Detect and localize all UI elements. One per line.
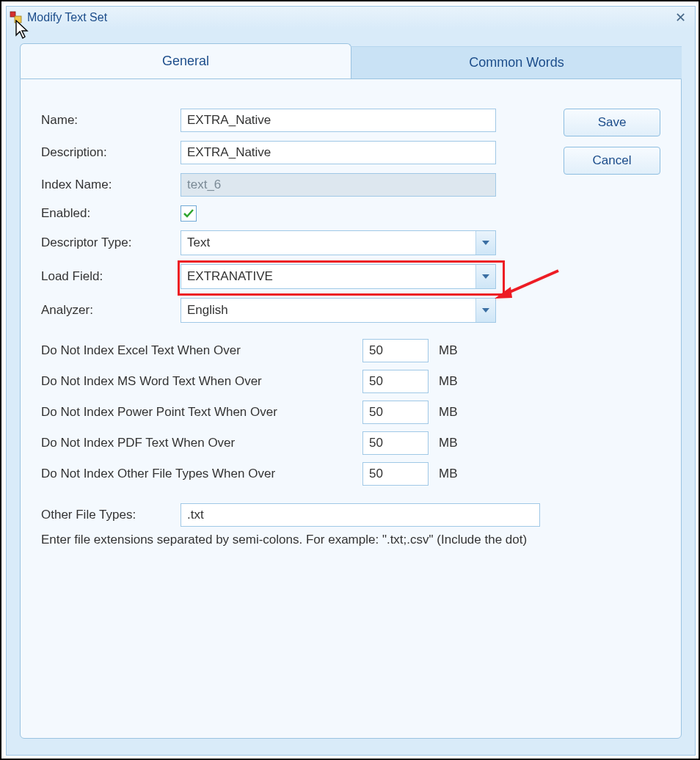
tab-common-words[interactable]: Common Words bbox=[351, 46, 682, 78]
analyzer-label: Analyzer: bbox=[41, 303, 181, 318]
size-unit: MB bbox=[439, 405, 458, 420]
size-input-excel[interactable] bbox=[362, 339, 429, 362]
other-file-types-hint: Enter file extensions separated by semi-… bbox=[41, 533, 660, 547]
index-name-label: Index Name: bbox=[41, 178, 181, 192]
size-input-pdf[interactable] bbox=[362, 431, 429, 455]
close-button[interactable]: ✕ bbox=[672, 10, 689, 26]
size-label: Do Not Index MS Word Text When Over bbox=[41, 374, 362, 389]
enabled-checkbox[interactable] bbox=[181, 205, 197, 222]
chevron-down-icon bbox=[475, 231, 495, 255]
select-value: English bbox=[181, 303, 475, 318]
size-input-powerpoint[interactable] bbox=[362, 401, 429, 424]
other-file-types-input[interactable] bbox=[181, 503, 540, 527]
save-button[interactable]: Save bbox=[564, 109, 660, 136]
cursor-icon bbox=[15, 20, 32, 43]
size-label: Do Not Index Excel Text When Over bbox=[41, 343, 362, 358]
chevron-down-icon bbox=[475, 299, 495, 322]
size-row-powerpoint: Do Not Index Power Point Text When Over … bbox=[41, 401, 660, 424]
size-unit: MB bbox=[439, 343, 458, 358]
size-row-pdf: Do Not Index PDF Text When Over MB bbox=[41, 431, 660, 455]
name-label: Name: bbox=[41, 113, 181, 128]
size-row-word: Do Not Index MS Word Text When Over MB bbox=[41, 370, 660, 393]
description-label: Description: bbox=[41, 145, 181, 160]
size-label: Do Not Index PDF Text When Over bbox=[41, 436, 362, 450]
size-row-excel: Do Not Index Excel Text When Over MB bbox=[41, 339, 660, 362]
enabled-label: Enabled: bbox=[41, 206, 181, 221]
dialog-window: Modify Text Set ✕ General Common Words S… bbox=[6, 6, 696, 756]
title-bar: Modify Text Set ✕ bbox=[7, 7, 695, 29]
descriptor-type-select[interactable]: Text bbox=[181, 230, 496, 255]
chevron-down-icon bbox=[475, 265, 495, 288]
size-label: Do Not Index Power Point Text When Over bbox=[41, 405, 362, 420]
panel-general: Save Cancel Name: Description: Index Nam… bbox=[20, 78, 682, 739]
load-field-select[interactable]: EXTRANATIVE bbox=[181, 264, 496, 289]
name-input[interactable] bbox=[181, 109, 496, 132]
select-value: EXTRANATIVE bbox=[181, 269, 475, 284]
size-label: Do Not Index Other File Types When Over bbox=[41, 467, 362, 481]
button-label: Cancel bbox=[593, 153, 632, 168]
descriptor-type-label: Descriptor Type: bbox=[41, 235, 181, 250]
cancel-button[interactable]: Cancel bbox=[564, 147, 660, 175]
window-title: Modify Text Set bbox=[27, 11, 107, 24]
size-input-word[interactable] bbox=[362, 370, 429, 393]
select-value: Text bbox=[181, 235, 475, 250]
size-unit: MB bbox=[439, 467, 458, 481]
size-unit: MB bbox=[439, 436, 458, 450]
tab-general[interactable]: General bbox=[20, 43, 351, 78]
analyzer-select[interactable]: English bbox=[181, 298, 496, 323]
tab-label: Common Words bbox=[469, 55, 564, 70]
size-unit: MB bbox=[439, 374, 458, 389]
load-field-label: Load Field: bbox=[41, 269, 181, 284]
button-label: Save bbox=[598, 115, 627, 130]
index-name-input bbox=[181, 173, 496, 197]
size-limits-section: Do Not Index Excel Text When Over MB Do … bbox=[41, 339, 660, 486]
tab-label: General bbox=[162, 54, 209, 69]
size-row-other: Do Not Index Other File Types When Over … bbox=[41, 462, 660, 486]
description-input[interactable] bbox=[181, 141, 496, 164]
size-input-other[interactable] bbox=[362, 462, 429, 486]
other-file-types-label: Other File Types: bbox=[41, 508, 181, 522]
